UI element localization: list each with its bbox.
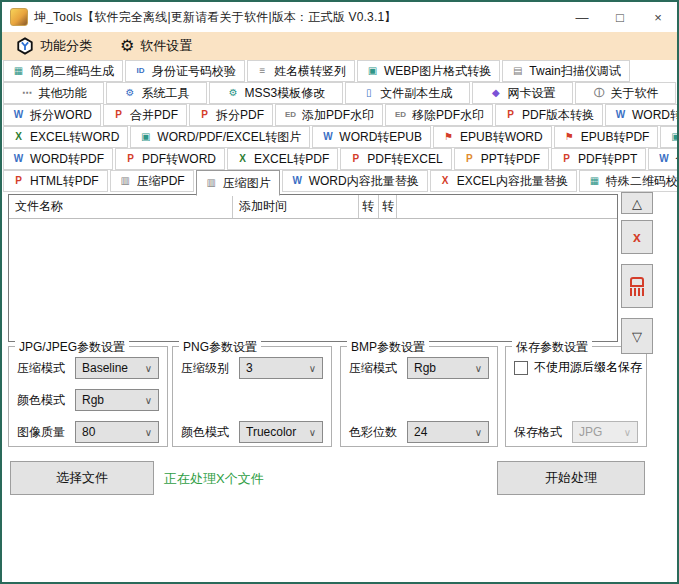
file-table-header: 文件名称 添加时间 转 转 bbox=[9, 195, 617, 219]
tool-excel-batch-replace-button[interactable]: XEXCEL内容批量替换 bbox=[430, 170, 577, 192]
tool-word-to-epub-button[interactable]: WWORD转EPUB bbox=[312, 126, 431, 148]
menu-item-settings[interactable]: ⚙ 软件设置 bbox=[120, 37, 192, 55]
select-files-button[interactable]: 选择文件 bbox=[10, 461, 154, 495]
tool-mss3-template-button[interactable]: ⚙MSS3模板修改 bbox=[209, 82, 343, 104]
compress-icon: ▥ bbox=[205, 178, 218, 188]
column-header-added-time[interactable]: 添加时间 bbox=[233, 195, 359, 218]
file-list-area[interactable] bbox=[9, 219, 617, 341]
word-icon: W bbox=[657, 154, 670, 164]
gear-icon: ⚙ bbox=[120, 38, 134, 54]
tool-about-button[interactable]: ⓘ关于软件 bbox=[575, 82, 676, 104]
tool-file-copy-button[interactable]: ▯文件副本生成 bbox=[345, 82, 470, 104]
checkbox[interactable] bbox=[514, 361, 528, 375]
tool-idcard-verify-button[interactable]: ID身份证号码校验 bbox=[125, 60, 245, 82]
jpg-compress-mode-select[interactable]: Baseline∨ bbox=[75, 357, 159, 379]
word-icon: W bbox=[291, 176, 304, 186]
tool-excel-to-word-button[interactable]: XEXCEL转WORD bbox=[3, 126, 128, 148]
tool-merge-word-button[interactable]: W合并WORD bbox=[648, 148, 679, 170]
toolbar-row-3: W拆分WORD P合并PDF P拆分PDF ED添加PDF水印 ED移除PDF水… bbox=[2, 104, 677, 126]
column-header-filename[interactable]: 文件名称 bbox=[9, 195, 233, 218]
tool-html-to-pdf-button[interactable]: PHTML转PDF bbox=[3, 170, 108, 192]
tool-label: 系统工具 bbox=[142, 85, 190, 102]
tool-pdf-to-word-button[interactable]: PPDF转WORD bbox=[115, 148, 225, 170]
close-button[interactable]: × bbox=[639, 2, 677, 32]
bmp-compress-mode-select[interactable]: Rgb∨ bbox=[407, 357, 489, 379]
field-label: 颜色模式 bbox=[17, 392, 69, 409]
tool-compress-pdf-button[interactable]: ▥压缩PDF bbox=[110, 170, 194, 192]
tool-pdf-to-ppt-button[interactable]: PPDF转PPT bbox=[551, 148, 646, 170]
save-format-select[interactable]: JPG∨ bbox=[572, 421, 638, 443]
tool-simple-qrcode-button[interactable]: ▦简易二维码生成 bbox=[3, 60, 123, 82]
word-icon: W bbox=[12, 154, 25, 164]
field-row: 图像质量 80∨ bbox=[17, 421, 159, 443]
tool-image-to-pdf-button[interactable]: ▣图片转PDF bbox=[660, 126, 679, 148]
move-down-button[interactable]: ▽ bbox=[621, 318, 653, 354]
tool-pdf-to-excel-button[interactable]: PPDF转EXCEL bbox=[340, 148, 451, 170]
select-value: Truecolor bbox=[246, 425, 296, 439]
tool-label: 身份证号码校验 bbox=[152, 63, 236, 80]
field-label: 色彩位数 bbox=[349, 424, 401, 441]
menu-item-categories[interactable]: 功能分类 bbox=[16, 37, 92, 55]
chevron-down-icon: ∨ bbox=[624, 427, 631, 438]
tool-label: EXCEL转WORD bbox=[30, 129, 119, 146]
group-title: JPG/JPEG参数设置 bbox=[15, 339, 129, 356]
ellipsis-icon: ⋯ bbox=[21, 88, 34, 98]
tool-split-word-button[interactable]: W拆分WORD bbox=[3, 104, 101, 126]
chevron-down-icon: ∨ bbox=[475, 427, 482, 438]
tool-label: WORD内容批量替换 bbox=[309, 173, 419, 190]
delete-file-button[interactable]: x bbox=[621, 220, 653, 254]
png-color-mode-select[interactable]: Truecolor∨ bbox=[239, 421, 323, 443]
tool-merge-pdf-button[interactable]: P合并PDF bbox=[103, 104, 187, 126]
tool-special-qrcode-verify-button[interactable]: ▦特殊二维码校验 bbox=[579, 170, 679, 192]
tool-label: 文件副本生成 bbox=[380, 85, 452, 102]
minimize-button[interactable]: — bbox=[563, 2, 601, 32]
tool-remove-pdf-watermark-button[interactable]: ED移除PDF水印 bbox=[385, 104, 493, 126]
tool-network-card-button[interactable]: ◆网卡设置 bbox=[472, 82, 573, 104]
tool-epub-to-pdf-button[interactable]: ⚑EPUB转PDF bbox=[554, 126, 659, 148]
tool-epub-to-word-button[interactable]: ⚑EPUB转WORD bbox=[433, 126, 552, 148]
ppt-icon: P bbox=[463, 154, 476, 164]
tool-name-transpose-button[interactable]: ≡姓名横转竖列 bbox=[247, 60, 355, 82]
png-params-group: PNG参数设置 压缩级别 3∨ 颜色模式 Truecolor∨ bbox=[172, 346, 332, 447]
chevron-down-icon: ∨ bbox=[309, 427, 316, 438]
watermark-icon: ED bbox=[394, 111, 407, 119]
tool-other-functions-button[interactable]: ⋯其他功能 bbox=[3, 82, 104, 104]
select-value: Rgb bbox=[414, 361, 436, 375]
image-icon: ▣ bbox=[669, 132, 679, 142]
toolbar-row-4: XEXCEL转WORD ▣WORD/PDF/EXCEL转图片 WWORD转EPU… bbox=[2, 126, 677, 148]
field-row: 颜色模式 Truecolor∨ bbox=[181, 421, 323, 443]
tool-pdf-version-convert-button[interactable]: PPDF版本转换 bbox=[495, 104, 603, 126]
tool-label: PPT转PDF bbox=[481, 151, 540, 168]
tool-system-tools-button[interactable]: ⚙系统工具 bbox=[106, 82, 207, 104]
tool-add-pdf-watermark-button[interactable]: ED添加PDF水印 bbox=[275, 104, 383, 126]
toolbar-row-1: ▦简易二维码生成 ID身份证号码校验 ≡姓名横转竖列 ▣WEBP图片格式转换 ▤… bbox=[2, 60, 677, 82]
jpg-quality-select[interactable]: 80∨ bbox=[75, 421, 159, 443]
tool-twain-debug-button[interactable]: ▤Twain扫描仪调试 bbox=[502, 60, 629, 82]
tool-word-batch-replace-button[interactable]: WWORD内容批量替换 bbox=[282, 170, 428, 192]
start-processing-button[interactable]: 开始处理 bbox=[497, 461, 645, 495]
delete-x-icon: x bbox=[633, 229, 641, 245]
tool-word-to-excel-button[interactable]: WWORD转EXCEL bbox=[605, 104, 679, 126]
tool-label: EPUB转WORD bbox=[460, 129, 543, 146]
jpg-color-mode-select[interactable]: Rgb∨ bbox=[75, 389, 159, 411]
transpose-icon: ≡ bbox=[256, 66, 269, 76]
save-params-group: 保存参数设置 不使用源后缀名保存 保存格式 JPG∨ bbox=[505, 346, 647, 447]
maximize-button[interactable]: □ bbox=[601, 2, 639, 32]
tool-ppt-to-pdf-button[interactable]: PPPT转PDF bbox=[454, 148, 549, 170]
toolbar-row-5: WWORD转PDF PPDF转WORD XEXCEL转PDF PPDF转EXCE… bbox=[2, 148, 677, 170]
column-header-convert-2[interactable]: 转 bbox=[379, 195, 397, 218]
tool-excel-to-pdf-button[interactable]: XEXCEL转PDF bbox=[227, 148, 338, 170]
png-compress-level-select[interactable]: 3∨ bbox=[239, 357, 323, 379]
bmp-color-depth-select[interactable]: 24∨ bbox=[407, 421, 489, 443]
tool-webp-convert-button[interactable]: ▣WEBP图片格式转换 bbox=[357, 60, 500, 82]
excel-icon: X bbox=[236, 154, 249, 164]
tool-word-to-pdf-button[interactable]: WWORD转PDF bbox=[3, 148, 113, 170]
clear-list-button[interactable] bbox=[621, 264, 653, 308]
move-up-button[interactable]: △ bbox=[621, 192, 653, 214]
tool-compress-image-button[interactable]: ▥压缩图片 bbox=[196, 170, 280, 196]
tool-split-pdf-button[interactable]: P拆分PDF bbox=[189, 104, 273, 126]
field-label: 压缩级别 bbox=[181, 360, 233, 377]
tool-office-to-image-button[interactable]: ▣WORD/PDF/EXCEL转图片 bbox=[130, 126, 310, 148]
column-header-convert-1[interactable]: 转 bbox=[359, 195, 379, 218]
file-table: 文件名称 添加时间 转 转 bbox=[8, 194, 618, 342]
